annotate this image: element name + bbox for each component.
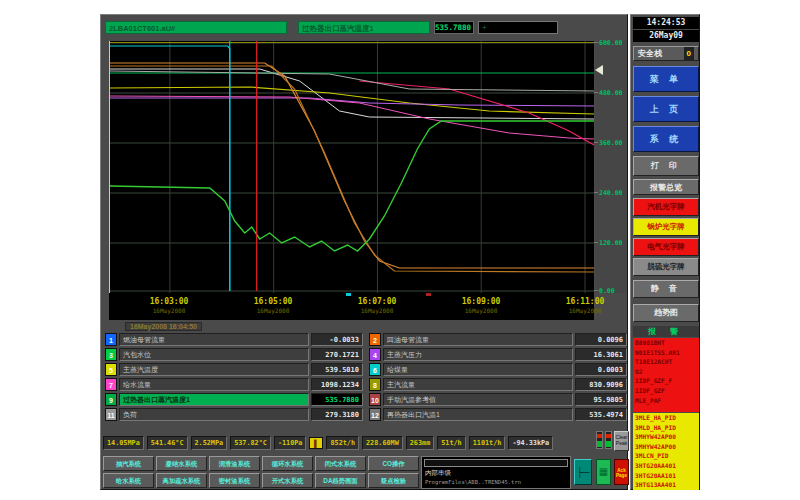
pen-number-chip: 3 — [105, 348, 117, 361]
alarm-list-red: B8901BHTN01E1TSS.AR1T18E12ACHTO21IDF_GZF… — [633, 338, 699, 412]
nav-button[interactable]: 凝结水系统 — [156, 456, 207, 471]
fgd-annunciator-button[interactable]: 脱硫光字牌 — [633, 258, 699, 276]
axis-marker-1 — [346, 293, 351, 296]
menu-button[interactable]: 菜 单 — [633, 66, 699, 92]
pen-label[interactable]: 回油母管流量 — [383, 333, 573, 346]
pen-value: 16.3061 — [575, 348, 627, 361]
pen-label[interactable]: 给煤量 — [383, 363, 573, 376]
nav-button[interactable]: 高加疏水系统 — [156, 473, 207, 488]
pen-row-11: 11负荷279.3180 — [105, 408, 363, 421]
trend-file-input[interactable] — [424, 459, 568, 467]
pen-value: -0.0033 — [311, 333, 363, 346]
alarm-tag[interactable]: B8901BHT — [633, 338, 699, 348]
nav-button[interactable]: 给水系统 — [103, 473, 154, 488]
alarm-tag[interactable]: 3MLD_HA_PID — [633, 423, 699, 433]
clock-date: 26May09 — [633, 30, 699, 42]
pen-label[interactable]: 负荷 — [119, 408, 309, 421]
safety-stack-indicator: 安全栈 0 — [633, 46, 699, 61]
x-tick-time: 16:05:00 — [238, 297, 308, 306]
nav-button[interactable]: 闭式水系统 — [315, 456, 366, 471]
alarm-tag[interactable]: 3MLCN_PID — [633, 451, 699, 461]
system-nav-grid: 抽汽系统凝结水系统润滑油系统循环水系统闭式水系统CO操作给水系统高加疏水系统密封… — [103, 456, 419, 488]
pen-label[interactable]: 主蒸汽温度 — [119, 363, 309, 376]
x-tick-date: 16May2008 — [134, 307, 204, 314]
alarm-overview-button[interactable]: 报警总览 — [633, 179, 699, 195]
grid-tool-button[interactable]: ▦ — [596, 459, 611, 485]
alarm-tag[interactable]: 1IDF_GZF_F — [633, 376, 699, 386]
pen-row-5: 5主蒸汽温度539.5010 — [105, 363, 363, 376]
peak-controls: Clear Peak — [596, 431, 629, 453]
boiler-annunciator-button[interactable]: 锅炉光字牌 — [633, 218, 699, 236]
clear-peak-button[interactable]: Clear Peak — [614, 431, 629, 451]
link-tool-button[interactable]: ├─ — [574, 459, 592, 485]
pen-table: 1燃油母管流量-0.00333汽包水位270.17215主蒸汽温度539.501… — [105, 333, 627, 429]
nav-button[interactable]: 开式水系统 — [262, 473, 313, 488]
alarm-tag[interactable]: 3MHYW42AP00 — [633, 432, 699, 442]
pen-indicator-toggle-1[interactable] — [596, 431, 603, 449]
pen-label[interactable]: 过热器出口蒸汽温度1 — [119, 393, 309, 406]
alarm-tag[interactable]: 3HTG13AA401 — [633, 480, 699, 490]
nav-button[interactable]: DA趋势画面 — [315, 473, 366, 488]
pen-label[interactable]: 主汽流量 — [383, 378, 573, 391]
screenshot-stage: 2LBA01CT601.aU# 过热器出口蒸汽温度1 535.7880 + 60… — [0, 0, 800, 500]
alarm-tag[interactable]: T18E12ACHT — [633, 357, 699, 367]
clock-time: 14:24:53 — [633, 17, 699, 29]
pen-label[interactable]: 给水流量 — [119, 378, 309, 391]
pen-label[interactable]: 手动汽温参考值 — [383, 393, 573, 406]
nav-button[interactable]: 循环水系统 — [262, 456, 313, 471]
pen-number-chip: 2 — [369, 333, 381, 346]
status-indicator-lamp: ▌ — [309, 437, 323, 449]
pen-label[interactable]: 主蒸汽压力 — [383, 348, 573, 361]
trend-chart-button[interactable]: 趋势图 — [633, 304, 699, 322]
pen-row-2: 2回油母管流量0.0096 — [369, 333, 627, 346]
turbine-annunciator-button[interactable]: 汽机光字牌 — [633, 198, 699, 216]
x-tick-date: 16May2008 — [550, 307, 620, 314]
x-tick-date: 16May2008 — [446, 307, 516, 314]
alarm-tag[interactable]: 3MHYW42AP00 — [633, 442, 699, 452]
alarm-tag[interactable]: 1IDF_GZF — [633, 386, 699, 396]
system-button[interactable]: 系 统 — [633, 126, 699, 152]
pen-row-7: 7给水流量1098.1234 — [105, 378, 363, 391]
pen-select-dropdown[interactable]: + — [478, 21, 558, 34]
status-value: 51t/h — [437, 436, 465, 450]
trend-mode-label: 内部串级 — [425, 469, 451, 478]
nav-button[interactable]: 疑点检验 — [368, 473, 419, 488]
mute-button[interactable]: 静 音 — [633, 280, 699, 298]
trace-fuel-oil-orange-a — [110, 63, 594, 268]
nav-button[interactable]: 密封油系统 — [209, 473, 260, 488]
trend-plot[interactable] — [109, 41, 594, 293]
alarm-tag[interactable]: O2 — [633, 367, 699, 377]
nav-button[interactable]: 润滑油系统 — [209, 456, 260, 471]
x-tick-time: 16:11:00 — [550, 297, 620, 306]
alarm-tag[interactable]: 3MLE_HA_PID — [633, 413, 699, 423]
electrical-annunciator-button[interactable]: 电气光字牌 — [633, 238, 699, 256]
print-button[interactable]: 打 印 — [633, 156, 699, 176]
selected-pen-name-field[interactable]: 过热器出口蒸汽温度1 — [298, 21, 430, 34]
alarm-tag[interactable]: MLE_PAF — [633, 396, 699, 406]
value-axis: 600.00480.00360.00240.00120.000.00 — [595, 41, 627, 293]
status-value: 541.46°C — [147, 436, 188, 450]
pen-label[interactable]: 再热器出口汽温1 — [383, 408, 573, 421]
pen-label[interactable]: 汽包水位 — [119, 348, 309, 361]
previous-page-button[interactable]: 上 页 — [633, 96, 699, 122]
alarm-tag[interactable]: 3HTG20AA101 — [633, 471, 699, 481]
status-value: -94.33kPa — [508, 436, 553, 450]
nav-button[interactable]: 抽汽系统 — [103, 456, 154, 471]
pen-value-pointer-icon[interactable] — [595, 65, 603, 75]
alarm-tag[interactable]: 3HTG20AA401 — [633, 461, 699, 471]
pen-indicator-toggle-2[interactable] — [605, 431, 612, 449]
pen-value: 539.5010 — [311, 363, 363, 376]
y-axis-tick: 480.00 — [596, 89, 626, 97]
x-axis-tick: 16:05:0016May2008 — [238, 297, 308, 314]
pen-row-9: 9过热器出口蒸汽温度1535.7880 — [105, 393, 363, 406]
trend-file-console: 内部串级 ProgramFiles\ABB..TREND45.trn — [421, 456, 571, 489]
alarm-tag[interactable]: N01E1TSS.AR1 — [633, 348, 699, 358]
pen-value: 535.7880 — [311, 393, 363, 406]
status-value: 228.60MW — [362, 436, 403, 450]
pen-label[interactable]: 燃油母管流量 — [119, 333, 309, 346]
status-value: 1101t/h — [469, 436, 506, 450]
pen-row-1: 1燃油母管流量-0.0033 — [105, 333, 363, 346]
pen-tag-field[interactable]: 2LBA01CT601.aU# — [105, 21, 287, 34]
ack-page-button[interactable]: Ack Page — [614, 459, 629, 485]
nav-button[interactable]: CO操作 — [368, 456, 419, 471]
